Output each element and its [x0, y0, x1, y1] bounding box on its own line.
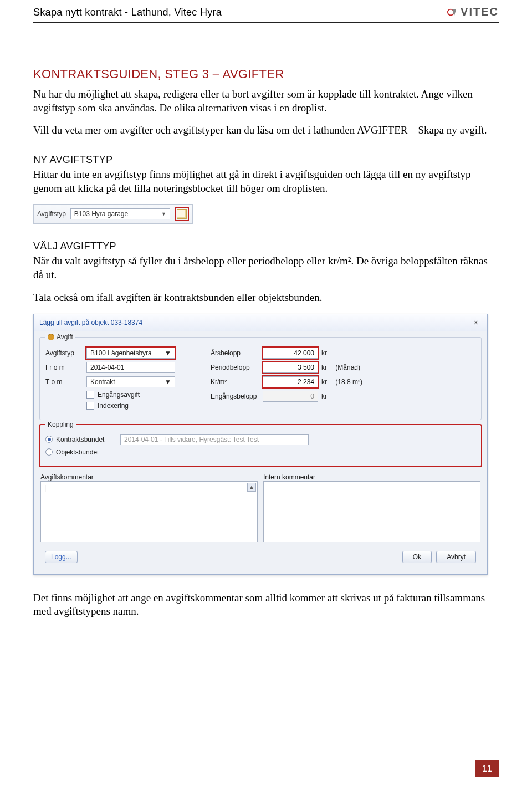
section-p2: Vill du veta mer om avgifter och avgifts… — [33, 124, 499, 137]
intern-kommentar-textarea[interactable] — [263, 481, 480, 542]
indexering-checkbox[interactable] — [86, 402, 94, 410]
chevron-down-icon: ▼ — [165, 378, 171, 386]
group-koppling: Koppling Kontraktsbundet 2014-04-01 - Ti… — [39, 425, 482, 467]
label-kontraktsbundet: Kontraktsbundet — [56, 436, 117, 443]
objektsbundet-radio[interactable] — [45, 448, 53, 456]
engangsbelopp-input — [263, 391, 318, 402]
scroll-up-icon[interactable]: ▲ — [247, 483, 256, 492]
sub-heading-valj-avgifttyp: VÄLJ AVGIFTTYP — [33, 241, 499, 252]
unit-kr: kr — [321, 364, 327, 371]
sub2-p1: När du valt avgiftstyp så fyller du i år… — [33, 254, 499, 282]
group-avgift-title: Avgift — [57, 333, 73, 341]
brand-logo: VITEC — [447, 6, 499, 18]
brand-text: VITEC — [461, 6, 499, 18]
close-button[interactable]: × — [470, 318, 482, 328]
unit-kr: kr — [321, 378, 327, 386]
page-number: 11 — [475, 760, 499, 777]
periodbelopp-input[interactable] — [263, 362, 318, 373]
from-date-field[interactable]: 2014-04-01 — [86, 362, 175, 373]
doc-header: Skapa nytt kontrakt - Lathund, Vitec Hyr… — [33, 0, 499, 23]
notepad-icon[interactable] — [178, 348, 188, 358]
avgiftstyp-label: Avgiftstyp — [37, 210, 66, 218]
closing-paragraph: Det finns möjlighet att ange en avgiftsk… — [33, 591, 499, 619]
arsbelopp-input[interactable] — [263, 348, 318, 359]
avgiftstyp-select[interactable]: B100 Lägenhetshyra ▼ — [86, 348, 175, 359]
notepad-button-highlight — [175, 207, 189, 221]
label-objektsbundet: Objektsbundet — [56, 448, 99, 456]
group-koppling-title: Koppling — [48, 421, 74, 428]
kontraktsbundet-radio[interactable] — [45, 436, 53, 443]
label-krm2: Kr/m² — [211, 378, 259, 386]
avgiftstyp-dropdown[interactable]: B103 Hyra garage ▼ — [70, 208, 170, 219]
label-from: Fr o m — [45, 364, 83, 371]
dropdown-screenshot: Avgiftstyp B103 Hyra garage ▼ — [33, 204, 193, 224]
sub-heading-ny-avgiftstyp: NY AVGIFTSTYP — [33, 154, 499, 166]
avgiftstyp-value: B103 Hyra garage — [74, 210, 128, 218]
unit-kr: kr — [321, 392, 355, 400]
label-intern-kommentar: Intern kommentar — [263, 473, 480, 481]
label-arsbelopp: Årsbelopp — [211, 349, 259, 357]
group-avgift: Avgift Avgiftstyp B100 Lägenhetshyra ▼ — [39, 337, 482, 420]
sub1-body: Hittar du inte en avgiftstyp finns möjli… — [33, 168, 499, 195]
label-engangsbelopp: Engångsbelopp — [211, 392, 259, 400]
label-periodbelopp: Periodbelopp — [211, 364, 259, 371]
logg-button[interactable]: Logg... — [45, 551, 78, 563]
notepad-icon[interactable] — [177, 209, 187, 219]
avbryt-button[interactable]: Avbryt — [436, 551, 476, 563]
dialog-titlebar: Lägg till avgift på objekt 033-18374 × — [34, 314, 487, 331]
unit-period: (Månad) — [335, 364, 360, 371]
tom-select[interactable]: Kontrakt ▼ — [86, 376, 175, 387]
engangsavgift-checkbox[interactable] — [86, 391, 94, 399]
chevron-down-icon: ▼ — [161, 211, 166, 217]
kontraktsbundet-value: 2014-04-01 - Tills vidare, Hyresgäst: Te… — [120, 434, 309, 445]
pin-icon — [48, 334, 54, 340]
avgiftskommentar-textarea[interactable]: | ▲ — [40, 481, 258, 542]
ok-button[interactable]: Ok — [402, 551, 432, 563]
chevron-down-icon: ▼ — [165, 349, 171, 357]
section-heading-avgifter: KONTRAKTSGUIDEN, STEG 3 – AVGIFTER — [33, 67, 499, 84]
label-indexering: Indexering — [98, 402, 129, 410]
label-avgiftstyp: Avgiftstyp — [45, 349, 83, 357]
unit-area: (18,8 m²) — [335, 378, 362, 386]
unit-kr: kr — [321, 349, 355, 357]
tom-value: Kontrakt — [90, 378, 115, 386]
dialog-title-text: Lägg till avgift på objekt 033-18374 — [39, 319, 142, 326]
page-footer: 11 — [0, 760, 532, 794]
add-fee-dialog: Lägg till avgift på objekt 033-18374 × A… — [33, 314, 488, 575]
from-date-value: 2014-04-01 — [90, 364, 124, 371]
section-p1: Nu har du möjlighet att skapa, redigera … — [33, 88, 499, 115]
avgiftstyp-selected: B100 Lägenhetshyra — [90, 349, 152, 357]
label-tom: T o m — [45, 378, 83, 386]
sub2-p2: Tala också om ifall avgiften är kontrakt… — [33, 291, 499, 305]
krm2-input[interactable] — [263, 376, 318, 387]
label-engangsavgift: Engångsavgift — [98, 391, 140, 399]
label-avgiftskommentar: Avgiftskommentar — [40, 473, 258, 481]
logo-icon — [447, 7, 457, 17]
doc-title: Skapa nytt kontrakt - Lathund, Vitec Hyr… — [33, 7, 222, 18]
